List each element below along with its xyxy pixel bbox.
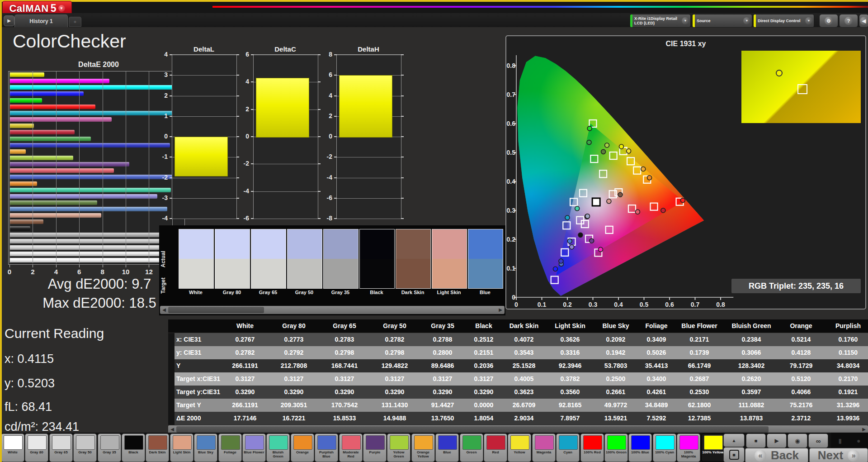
compare-patch-label: Black <box>359 290 394 295</box>
measured-point-marker <box>587 126 592 131</box>
patch-label: Cyan <box>557 450 579 454</box>
patch-button-gray-65[interactable]: Gray 65 <box>49 433 73 462</box>
display-pattern-button[interactable]: ■ <box>723 447 745 462</box>
tick <box>170 54 172 55</box>
next-button[interactable]: Next » <box>809 448 868 462</box>
app-window: CalMAN 5 ▼ ▶ History 1 + X-Rite i1Displa… <box>0 0 868 462</box>
tab-history-label: History 1 <box>29 18 52 24</box>
column-header-foliage: Foliage <box>637 319 675 333</box>
patch-button-100-magenta[interactable]: 100% Magenta <box>677 433 700 462</box>
patch-button-orange[interactable]: Orange <box>291 433 314 462</box>
patch-swatch <box>221 435 240 450</box>
help-button[interactable]: ? <box>839 14 858 28</box>
patch-button-foliage[interactable]: Foliage <box>218 433 242 462</box>
patch-button-gray-35[interactable]: Gray 35 <box>98 433 121 462</box>
compare-patch-dark-skin <box>396 229 431 289</box>
add-tab-button[interactable]: + <box>69 17 81 27</box>
row-label: Target Y <box>175 399 222 412</box>
cie-y-label: 0.7 <box>506 91 515 98</box>
patch-button-yellow-green[interactable]: Yellow Green <box>387 433 410 462</box>
patch-button-magenta[interactable]: Magenta <box>532 433 556 462</box>
table-cell: 0.3290 <box>222 386 269 399</box>
table-cell: 0.2767 <box>222 333 269 346</box>
display-control-dropdown[interactable]: Direct Display Control ▼ <box>753 14 814 28</box>
patch-button-100-red[interactable]: 100% Red <box>580 433 604 462</box>
read-continuous-button[interactable]: ∞ <box>808 433 828 448</box>
patch-button-blue-sky[interactable]: Blue Sky <box>194 433 217 462</box>
patch-button-light-skin[interactable]: Light Skin <box>170 433 193 462</box>
table-scrollbar-thumb[interactable] <box>176 426 769 433</box>
scroll-left-icon[interactable]: ◀ <box>169 426 175 433</box>
patch-label: Dark Skin <box>146 450 168 454</box>
patch-button-orange-yellow[interactable]: Orange Yellow <box>411 433 435 462</box>
patch-button-black[interactable]: Black <box>122 433 145 462</box>
patch-button-cyan[interactable]: Cyan <box>556 433 580 462</box>
patch-button-green[interactable]: Green <box>460 433 483 462</box>
swatch-scrollbar[interactable]: ◀ ▶ <box>160 306 505 314</box>
deltah-gridline <box>337 219 401 219</box>
patch-button-100-yellow[interactable]: 100% Yellow <box>701 433 725 462</box>
patch-button-100-cyan[interactable]: 100% Cyan <box>653 433 676 462</box>
patch-button-purplish-blue[interactable]: Purplish Blue <box>315 433 338 462</box>
patch-button-yellow[interactable]: Yellow <box>508 433 531 462</box>
settings-button[interactable]: ⚙ <box>819 14 838 28</box>
scroll-right-icon[interactable]: ▶ <box>497 307 504 313</box>
table-cell: 53.7803 <box>594 359 637 372</box>
current-reading-cdm2: cd/m²: 234.41 <box>5 420 79 434</box>
tab-menu-button[interactable]: ▶ <box>4 15 14 26</box>
read-button[interactable]: ▶ <box>767 433 787 448</box>
row-label: x: CIE31 <box>175 333 222 346</box>
table-cell: 170.7542 <box>319 399 370 412</box>
scroll-left-icon[interactable]: ◀ <box>161 307 167 313</box>
table-cell: 0.3290 <box>370 386 420 399</box>
read-series-button[interactable]: ◉ <box>788 433 807 448</box>
patch-button-blue-flower[interactable]: Blue Flower <box>242 433 266 462</box>
logo-dropdown-icon[interactable]: ▼ <box>58 5 65 12</box>
patch-label: Gray 65 <box>50 450 72 454</box>
actual-swatch <box>396 229 430 259</box>
patch-button-moderate-red[interactable]: Moderate Red <box>339 433 363 462</box>
patch-label: Light Skin <box>171 450 193 454</box>
patch-button-purple[interactable]: Purple <box>363 433 387 462</box>
tick <box>170 177 172 178</box>
column-header-purplish: Purplish <box>823 319 868 333</box>
table-cell: 0.3543 <box>502 346 546 359</box>
back-label: Back <box>771 448 799 462</box>
deltae-bar-blue <box>9 143 170 148</box>
row-gutter <box>168 372 175 386</box>
strip-up-button[interactable]: ▲ <box>723 433 745 447</box>
compare-patch-gray-80 <box>215 229 250 289</box>
back-button[interactable]: « Back <box>745 448 808 462</box>
source-dropdown[interactable]: Source ▼ <box>692 14 752 28</box>
patch-button-blue[interactable]: Blue <box>435 433 459 462</box>
patch-label: Gray 50 <box>74 450 96 454</box>
patch-button-bluish-green[interactable]: Bluish Green <box>266 433 290 462</box>
stop-button[interactable]: ■ <box>746 433 766 448</box>
deltae-gridline <box>103 71 103 263</box>
table-cell: 0.3626 <box>546 333 594 346</box>
meter-dropdown[interactable]: X-Rite i1Display Retail LCD (LED) ▼ <box>630 14 691 28</box>
patch-label: Magenta <box>533 450 555 454</box>
measured-point-marker <box>607 199 611 204</box>
patch-label: 100% Blue <box>629 450 651 454</box>
patch-button-100-green[interactable]: 100% Green <box>604 433 628 462</box>
column-header-gray-65: Gray 65 <box>319 319 370 333</box>
patch-button-white[interactable]: White <box>1 433 24 462</box>
patch-button-gray-50[interactable]: Gray 50 <box>73 433 97 462</box>
tick <box>170 198 172 199</box>
patch-button-red[interactable]: Red <box>484 433 507 462</box>
patch-button-dark-skin[interactable]: Dark Skin <box>146 433 169 462</box>
deltah-chart-title: DeltaH <box>335 45 402 53</box>
actual-swatch <box>324 229 358 259</box>
scroll-right-icon[interactable]: ▶ <box>861 426 867 433</box>
patch-button-gray-80[interactable]: Gray 80 <box>25 433 48 462</box>
swatch-scrollbar-thumb[interactable] <box>168 307 264 313</box>
patch-swatch <box>438 435 457 450</box>
collapse-panel-button[interactable]: ◀ <box>859 14 868 28</box>
table-cell: 15.8533 <box>319 412 370 425</box>
tick <box>236 177 239 178</box>
table-cell: 0.2661 <box>594 386 637 399</box>
patch-button-100-blue[interactable]: 100% Blue <box>628 433 652 462</box>
tab-history-1[interactable]: History 1 <box>14 14 68 27</box>
column-header-gray-35: Gray 35 <box>420 319 466 333</box>
